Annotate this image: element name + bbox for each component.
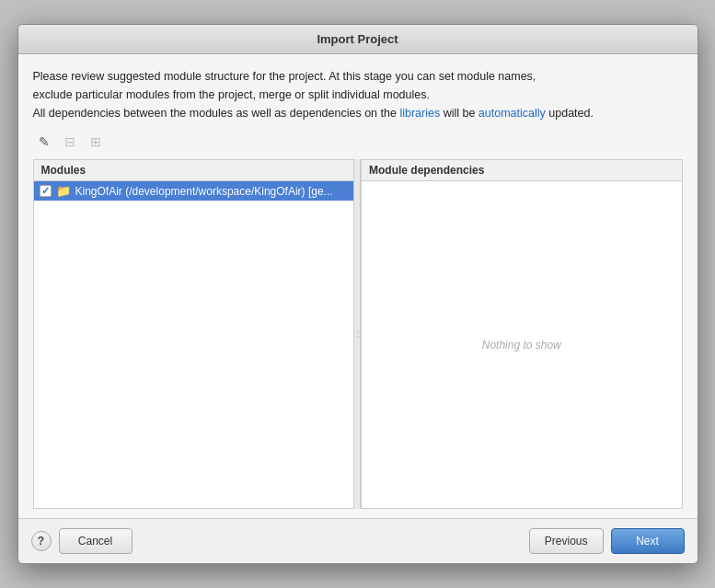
panel-divider[interactable]: ⋮ [353, 159, 361, 509]
description-line3-part3: updated. [546, 107, 594, 120]
help-icon: ? [38, 535, 44, 548]
footer: ? Cancel Previous Next [18, 518, 698, 563]
modules-panel-body[interactable]: ✓ 📁 KingOfAir (/development/workspace/Ki… [34, 181, 354, 508]
module-folder-icon: 📁 [56, 184, 71, 198]
cancel-button[interactable]: Cancel [59, 528, 133, 554]
module-label: KingOfAir (/development/workspace/KingOf… [75, 185, 333, 198]
description-text: Please review suggested module structure… [33, 67, 683, 122]
title-bar: Import Project [18, 25, 698, 54]
dependencies-panel: Module dependencies Nothing to show [361, 159, 683, 509]
split-icon: ⊟ [64, 134, 75, 149]
description-line1: Please review suggested module structure… [33, 70, 536, 83]
dependencies-panel-body: Nothing to show [362, 181, 682, 508]
modules-panel: Modules ✓ 📁 KingOfAir (/development/work… [33, 159, 354, 509]
dependencies-panel-header: Module dependencies [362, 160, 682, 181]
footer-right: Previous Next [529, 528, 685, 554]
panels-container: Modules ✓ 📁 KingOfAir (/development/work… [33, 159, 683, 509]
libraries-link: libraries [399, 107, 440, 120]
edit-button[interactable]: ✎ [33, 132, 55, 152]
import-project-dialog: Import Project Please review suggested m… [17, 24, 698, 564]
description-line2: exclude particular modules from the proj… [33, 88, 430, 101]
previous-button[interactable]: Previous [529, 528, 604, 554]
merge-icon: ⊞ [90, 134, 101, 149]
next-button[interactable]: Next [611, 528, 685, 554]
empty-state-text: Nothing to show [482, 339, 561, 352]
merge-button[interactable]: ⊞ [85, 132, 107, 152]
checkmark-icon: ✓ [41, 185, 50, 197]
module-item[interactable]: ✓ 📁 KingOfAir (/development/workspace/Ki… [34, 181, 354, 201]
split-button[interactable]: ⊟ [59, 132, 81, 152]
edit-icon: ✎ [39, 134, 50, 149]
description-line3-part2: will be [440, 107, 479, 120]
toolbar: ✎ ⊟ ⊞ [33, 132, 683, 152]
help-button[interactable]: ? [31, 531, 52, 551]
automatically-link: automatically [479, 107, 546, 120]
footer-left: ? Cancel [31, 528, 133, 554]
modules-panel-header: Modules [34, 160, 354, 181]
description-line3-part1: All dependencies between the modules as … [33, 107, 400, 120]
divider-dots: ⋮ [354, 330, 361, 338]
module-checkbox[interactable]: ✓ [40, 185, 52, 197]
dialog-title: Import Project [317, 32, 398, 46]
dialog-content: Please review suggested module structure… [18, 54, 698, 518]
